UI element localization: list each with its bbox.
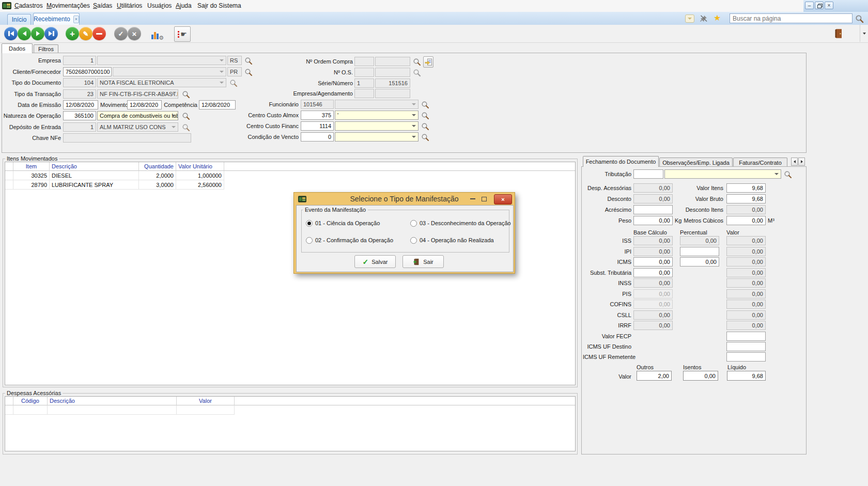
metros-cubicos-field[interactable]: 0,00	[726, 216, 766, 225]
add-record-button[interactable]: +	[66, 27, 79, 40]
menu-item-cadastros[interactable]: Cadastros	[14, 2, 43, 9]
icms-uf-remetente-field[interactable]	[726, 352, 766, 362]
tipo-transacao-lookup-icon[interactable]	[182, 90, 190, 99]
menu-item-utilitarios[interactable]: Utilitários	[117, 2, 142, 9]
natureza-lookup-icon[interactable]	[182, 112, 190, 120]
tributacao-lookup-icon[interactable]	[784, 170, 792, 179]
manifest-button[interactable]: ☛	[174, 26, 191, 42]
cc-almox-lookup-icon[interactable]	[421, 112, 429, 120]
ordem-compra-field-1	[354, 57, 374, 66]
edit-record-button[interactable]: ✎	[79, 27, 92, 40]
cancel-button[interactable]: ×	[128, 27, 141, 40]
os-lookup-icon[interactable]	[413, 69, 421, 77]
window-minimize-button[interactable]: –	[805, 2, 814, 9]
peso-field[interactable]: 0,00	[633, 216, 673, 225]
radio-confirmacao-operacao-label[interactable]: 02 - Confirmação da Operação	[315, 237, 393, 244]
cliente-code-field[interactable]: 75026807000100	[63, 67, 112, 76]
valor-row-label: Valor	[583, 373, 631, 380]
nav-last-button[interactable]	[44, 27, 58, 40]
radio-ciencia-operacao[interactable]	[306, 220, 313, 227]
cc-almox-code-field[interactable]: 375	[301, 111, 334, 120]
icms-percentual-field[interactable]: 0,00	[680, 257, 719, 266]
tab-observacoes-emp-ligada[interactable]: Observações/Emp. Ligada	[659, 158, 733, 167]
irrf-valor-field: 0,00	[726, 321, 766, 330]
valor-bruto-field[interactable]: 9,68	[726, 194, 766, 203]
tab-scroll-right-button[interactable]	[798, 158, 805, 166]
radio-operacao-nao-realizada-label[interactable]: 04 - Operação não Realizada	[420, 237, 494, 244]
menu-item-usuarios[interactable]: Usuários	[147, 2, 172, 9]
delete-record-button[interactable]	[92, 27, 106, 40]
tab-close-icon[interactable]: ×	[73, 15, 79, 23]
cc-almox-combo[interactable]: '	[335, 111, 419, 120]
import-ordem-compra-button[interactable]	[423, 56, 433, 68]
valor-itens-field[interactable]: 9,68	[726, 183, 766, 193]
outros-field[interactable]: 2,00	[637, 371, 672, 381]
cliente-lookup-icon[interactable]	[244, 68, 253, 76]
dialog-maximize-button[interactable]	[480, 195, 488, 203]
icms-uf-destino-field[interactable]	[726, 342, 766, 351]
maximize-icon	[482, 197, 487, 201]
data-emissao-field[interactable]: 12/08/2020	[63, 100, 98, 109]
isentos-field[interactable]: 0,00	[683, 371, 718, 381]
nav-next-button[interactable]	[31, 27, 44, 40]
empresa-lookup-icon[interactable]	[244, 57, 253, 65]
acrescimo-field[interactable]	[633, 205, 673, 214]
radio-ciencia-operacao-label[interactable]: 01 - Ciência da Operação	[315, 220, 380, 227]
tab-fechamento-documento[interactable]: Fechamento do Documento	[583, 156, 659, 167]
save-button[interactable]: ✓ Salvar	[354, 255, 396, 268]
window-restore-button[interactable]	[815, 2, 824, 9]
liquido-field[interactable]: 9,68	[727, 371, 766, 381]
search-button[interactable]	[854, 13, 864, 24]
movimento-field[interactable]: 12/08/2020	[127, 100, 162, 109]
nav-previous-button[interactable]	[18, 27, 31, 40]
radio-confirmacao-operacao[interactable]	[306, 237, 313, 244]
cliente-label: Cliente/Fornecedor	[1, 69, 61, 75]
favorite-star-icon[interactable]: ★	[714, 13, 721, 23]
tributacao-combo[interactable]	[664, 169, 781, 179]
dialog-close-button[interactable]: ×	[494, 194, 512, 205]
menu-item-sair-do-sistema[interactable]: Sair do Sistema	[197, 2, 241, 9]
expand-panel-button[interactable]	[685, 14, 694, 23]
deposito-label: Depósito de Entrada	[1, 124, 61, 130]
list-dots-icon	[178, 31, 179, 38]
natureza-code-field[interactable]: 365100	[63, 111, 96, 120]
cond-vencto-lookup-icon[interactable]	[421, 133, 429, 142]
valor-fecp-field[interactable]	[726, 332, 766, 341]
funcionario-lookup-icon[interactable]	[421, 101, 429, 109]
tributacao-code-field[interactable]	[633, 169, 663, 179]
ordem-compra-lookup-icon[interactable]	[413, 58, 421, 66]
menu-item-movimentacoes[interactable]: Movimentações	[47, 2, 90, 9]
ipi-percentual-field[interactable]	[680, 247, 719, 256]
subtab-filtros[interactable]: Filtros	[34, 44, 58, 53]
menu-item-saidas[interactable]: Saídas	[93, 2, 112, 9]
radio-desconhecimento-operacao-label[interactable]: 03 - Desconhecimento da Operação	[420, 220, 511, 227]
dialog-minimize-button[interactable]	[469, 195, 477, 203]
cond-vencto-code-field[interactable]: 0	[301, 132, 334, 142]
chart-button[interactable]: ⚙	[148, 27, 163, 40]
radio-desconhecimento-operacao[interactable]	[410, 220, 417, 227]
subst-tributaria-base-field[interactable]: 0,00	[633, 268, 673, 277]
subtab-dados[interactable]: Dados	[2, 43, 33, 53]
icms-base-field[interactable]: 0,00	[633, 257, 673, 266]
toolbar-overflow-button[interactable]	[860, 25, 868, 42]
window-close-button[interactable]: ×	[825, 2, 833, 9]
deposito-lookup-icon[interactable]	[182, 123, 190, 132]
radio-operacao-nao-realizada[interactable]	[410, 237, 417, 244]
pin-toggle-button[interactable]	[699, 13, 709, 24]
search-input[interactable]	[730, 13, 853, 23]
exit-button[interactable]: Sair	[402, 255, 444, 268]
cond-vencto-combo[interactable]	[335, 132, 419, 142]
menu-item-ajuda[interactable]: Ajuda	[176, 2, 192, 9]
tab-faturas-contrato[interactable]: Faturas/Contrato	[733, 158, 787, 167]
cc-financ-code-field[interactable]: 1114	[301, 121, 334, 131]
nav-first-button[interactable]	[4, 27, 18, 40]
natureza-combo[interactable]: Compra de combustiveis ou lubr	[97, 111, 178, 120]
confirm-button[interactable]: ✓	[114, 27, 128, 40]
exit-screen-button[interactable]	[832, 27, 846, 40]
tab-recebimento[interactable]: Recebimento ×	[33, 13, 80, 25]
cc-financ-combo[interactable]	[335, 121, 419, 131]
cc-financ-lookup-icon[interactable]	[421, 122, 429, 131]
tab-inicio[interactable]: Início	[7, 14, 31, 25]
tab-scroll-left-button[interactable]	[791, 158, 798, 166]
tipo-documento-lookup-icon[interactable]	[229, 79, 238, 87]
